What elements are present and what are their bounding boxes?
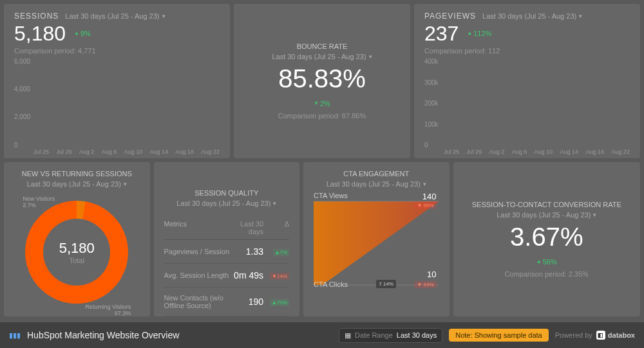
sessions-comparison: Comparison period: 4,771	[14, 47, 166, 55]
pageviews-title: PAGEVIEWS	[424, 12, 476, 21]
cta-clicks-label: CTA Clicks	[314, 280, 348, 288]
pageviews-range[interactable]: Last 30 days (Jul 25 - Aug 23) ▾	[482, 12, 582, 20]
pageviews-value: 237	[424, 22, 459, 46]
cta-range[interactable]: Last 30 days (Jul 25 - Aug 23) ▾	[327, 180, 426, 188]
bounce-card: BOUNCE RATE Last 30 days (Jul 25 - Aug 2…	[234, 4, 410, 158]
pageviews-card: PAGEVIEWS Last 30 days (Jul 25 - Aug 23)…	[414, 4, 640, 158]
nvr-ret-label: Returning Visitors97.3%	[85, 304, 131, 316]
table-row: Avg. Session Length0m 49s▼14%	[164, 264, 290, 288]
conversion-value: 3.67%	[464, 223, 630, 252]
conversion-card: SESSION-TO-CONTACT CONVERSION RATE Last …	[453, 162, 640, 316]
sessions-range[interactable]: Last 30 days (Jul 25 - Aug 23) ▾	[65, 12, 165, 20]
cta-title: CTA ENGAGEMENT	[314, 170, 439, 178]
col-metrics: Metrics	[164, 220, 231, 235]
triangle-up-icon: ▲	[467, 30, 472, 36]
calendar-icon: ▦	[345, 331, 351, 340]
dashboard-title: HubSpot Marketing Website Overview	[27, 330, 179, 340]
sessions-range-label: Last 30 days (Jul 25 - Aug 23)	[65, 12, 159, 20]
nvr-total: 5,180	[59, 240, 95, 257]
nvr-card: NEW VS RETURNING SESSIONS Last 30 days (…	[4, 162, 150, 316]
sessions-chart: 6,000 4,000 2,000 0 Jul 25Jul 29Aug 2Aug…	[14, 61, 220, 145]
triangle-up-icon: ▲	[536, 259, 542, 264]
nvr-range[interactable]: Last 30 days (Jul 25 - Aug 23) ▾	[27, 180, 127, 188]
cta-views: 140	[422, 192, 437, 201]
databox-logo[interactable]: ◧ databox	[596, 331, 635, 340]
conversion-title: SESSION-TO-CONTACT CONVERSION RATE	[464, 201, 630, 208]
col-last30: Last 30 days	[231, 220, 264, 235]
chevron-down-icon: ▾	[124, 181, 127, 187]
bounce-delta: ▼2%	[310, 99, 334, 108]
cta-views-delta: ▼ 95%	[414, 202, 436, 209]
powered-by: Powered by ◧ databox	[555, 331, 635, 340]
cta-funnel: CTA Views 140 ▼ 95% CTA Clicks 10 ▼ 93% …	[314, 192, 439, 295]
pageviews-delta: ▲112%	[464, 29, 495, 38]
cta-views-label: CTA Views	[314, 192, 348, 199]
sessions-title: SESSIONS	[14, 12, 59, 21]
conversion-delta: ▲56%	[533, 257, 560, 266]
pageviews-chart: 400k 300k 200k 100k 0 Jul 25Jul 29Aug 2A…	[424, 61, 630, 145]
conversion-comparison: Comparison period: 2.35%	[464, 270, 630, 278]
nvr-total-label: Total	[70, 257, 84, 264]
triangle-down-icon: ▼	[314, 100, 319, 106]
bounce-comparison: Comparison period: 87.86%	[244, 112, 400, 120]
chevron-down-icon: ▾	[273, 200, 276, 206]
conversion-range[interactable]: Last 30 days (Jul 25 - Aug 23) ▾	[464, 211, 630, 219]
bounce-value: 85.83%	[244, 64, 400, 93]
cta-card: CTA ENGAGEMENT Last 30 days (Jul 25 - Au…	[303, 162, 450, 316]
col-delta: Δ	[263, 220, 289, 235]
cta-clicks: 10	[427, 270, 436, 279]
chart-icon: ▮▮▮	[9, 331, 21, 340]
cta-rate: 7.14%	[376, 280, 396, 288]
chevron-down-icon: ▾	[423, 181, 426, 187]
triangle-up-icon: ▲	[74, 30, 79, 36]
footer-bar: ▮▮▮ HubSpot Marketing Website Overview ▦…	[0, 322, 644, 348]
sessions-card: SESSIONS Last 30 days (Jul 25 - Aug 23) …	[4, 4, 230, 158]
quality-card: SESSION QUALITY Last 30 days (Jul 25 - A…	[154, 162, 300, 316]
table-row: New Contacts (w/o Offline Source)190▲70%	[164, 288, 290, 316]
quality-table: Metrics Last 30 days Δ Pageviews / Sessi…	[164, 216, 290, 316]
quality-range[interactable]: Last 30 days (Jul 25 - Aug 23) ▾	[176, 199, 276, 207]
cta-clicks-delta: ▼ 93%	[414, 281, 436, 288]
chevron-down-icon: ▾	[369, 53, 372, 60]
sessions-value: 5,180	[14, 22, 66, 46]
table-row: Pageviews / Session1.33▲7%	[164, 240, 290, 264]
bounce-range[interactable]: Last 30 days (Jul 25 - Aug 23) ▾	[244, 53, 400, 60]
bounce-title: BOUNCE RATE	[244, 42, 400, 50]
pageviews-comparison: Comparison period: 112	[424, 47, 582, 55]
quality-title: SESSION QUALITY	[164, 189, 290, 197]
nvr-donut: 5,180 Total New Visitors2.7% Returning V…	[25, 201, 128, 304]
sessions-delta: ▲9%	[71, 29, 94, 38]
sample-data-note: Note: Showing sample data	[449, 329, 549, 342]
date-range-button[interactable]: ▦ Date Range Last 30 days	[339, 328, 442, 343]
nvr-title: NEW VS RETURNING SESSIONS	[14, 170, 140, 178]
chevron-down-icon: ▾	[579, 13, 582, 19]
chevron-down-icon: ▾	[162, 13, 166, 19]
databox-icon: ◧	[596, 331, 605, 340]
chevron-down-icon: ▾	[593, 212, 596, 218]
